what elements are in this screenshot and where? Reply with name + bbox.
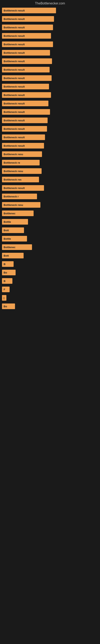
- bar-label: Bottleneck result: [3, 18, 25, 20]
- bottleneck-bar[interactable]: Bottleneck r: [2, 194, 37, 199]
- bottleneck-bar[interactable]: Bottle: [2, 219, 28, 224]
- bar-row: B: [2, 278, 98, 284]
- bar-label: Bott: [3, 254, 9, 257]
- bottleneck-bar[interactable]: Bottleneck result: [2, 92, 51, 98]
- bar-row: Bottleneck result: [2, 185, 98, 191]
- bottleneck-bar[interactable]: Bottleneck resu: [2, 202, 40, 208]
- bar-label: B: [3, 280, 5, 282]
- bottleneck-bar[interactable]: Bottleneck result: [2, 8, 56, 13]
- bar-label: Bottleneck result: [3, 9, 25, 12]
- bar-label: F: [3, 288, 5, 291]
- bar-label: Bottle: [3, 220, 11, 224]
- bottleneck-bar[interactable]: Bottleneck result: [2, 33, 51, 39]
- bar-row: Bottleneck resu: [2, 151, 98, 157]
- bar-row: Bottleneck result: [2, 109, 98, 115]
- bar-label: Bottleneck result: [3, 60, 25, 63]
- bar-label: Bottleneck result: [3, 102, 25, 105]
- bottleneck-bar[interactable]: Bo: [2, 270, 16, 275]
- bottleneck-bar[interactable]: Bottleneck resu: [2, 168, 42, 174]
- bar-row: Bottleneck result: [2, 8, 98, 13]
- bar-row: B: [2, 261, 98, 267]
- bar-row: Bo: [2, 304, 98, 309]
- bottleneck-bar[interactable]: Bottleneck result: [2, 50, 50, 56]
- bar-row: Bottleneck result: [2, 84, 98, 89]
- bottleneck-bar[interactable]: Bo: [2, 304, 15, 309]
- bar-label: Bo: [3, 271, 7, 274]
- bar-label: Bott: [3, 229, 9, 232]
- bar-row: Bottleneck result: [2, 75, 98, 81]
- bar-row: Bottleneck result: [2, 126, 98, 132]
- bar-row: Bottleneck result: [2, 134, 98, 140]
- bar-row: Bottle: [2, 219, 98, 224]
- bar-label: Bottleneck result: [3, 119, 25, 122]
- bar-row: Bott: [2, 228, 98, 233]
- bar-label: B: [3, 263, 5, 266]
- bottleneck-bar[interactable]: Bottleneck result: [2, 134, 45, 140]
- bar-row: F: [2, 286, 98, 292]
- bottleneck-bar[interactable]: Bottleneck resu: [2, 151, 42, 157]
- bar-row: Bottleneck result: [2, 143, 98, 148]
- bar-label: Bo: [3, 305, 7, 308]
- bar-label: Bottleneck result: [3, 186, 25, 190]
- bottleneck-bar[interactable]: B: [2, 278, 12, 284]
- bar-label: Bottleneck result: [3, 128, 25, 130]
- bar-row: Bottleneck result: [2, 67, 98, 72]
- bar-label: Bottleneck resu: [3, 170, 23, 173]
- bar-label: Bottleneck result: [3, 77, 25, 80]
- bottleneck-bar[interactable]: Bottlenec: [2, 210, 34, 216]
- bottleneck-bar[interactable]: Bottleneck result: [2, 24, 53, 30]
- bar-label: Bottleneck result: [3, 34, 25, 38]
- site-title: TheBottlenecker.com: [0, 0, 100, 8]
- bar-label: Bottleneck result: [3, 68, 25, 71]
- bottleneck-bar[interactable]: Bottleneck result: [2, 84, 49, 89]
- bar-row: Bottleneck res: [2, 177, 98, 182]
- bar-row: Bottleneck result: [2, 42, 98, 47]
- bar-label: Bottleneck result: [3, 51, 25, 54]
- bottleneck-bar[interactable]: |: [2, 295, 6, 301]
- bar-row: Bottlenec: [2, 210, 98, 216]
- bottleneck-bar[interactable]: Bottleneck result: [2, 126, 47, 132]
- bottleneck-bar[interactable]: Bottle: [2, 236, 27, 242]
- bar-row: Bottleneck result: [2, 16, 98, 22]
- bar-label: Bottleneck result: [3, 110, 25, 114]
- bottleneck-bar[interactable]: Bott: [2, 253, 24, 258]
- bar-row: |: [2, 295, 98, 301]
- bottleneck-bar[interactable]: Bottleneck result: [2, 58, 52, 64]
- bar-label: Bottleneck res: [3, 178, 22, 181]
- bottleneck-bar[interactable]: Bottleneck result: [2, 75, 51, 81]
- bar-row: Bottleneck result: [2, 33, 98, 39]
- bottleneck-bar[interactable]: Bottleneck result: [2, 67, 50, 72]
- bottleneck-bar[interactable]: Bottleneck result: [2, 42, 53, 47]
- bar-row: Bottleneck r: [2, 194, 98, 199]
- bar-label: Bottleneck result: [3, 43, 25, 46]
- bar-row: Bottle: [2, 236, 98, 242]
- bar-row: Bottleneck result: [2, 92, 98, 98]
- bar-label: Bottleneck result: [3, 144, 25, 147]
- bars-container: Bottleneck resultBottleneck resultBottle…: [0, 8, 100, 309]
- bottleneck-bar[interactable]: B: [2, 261, 14, 267]
- bottleneck-bar[interactable]: Bottleneck result: [2, 16, 54, 22]
- bottleneck-bar[interactable]: Bottleneck result: [2, 185, 44, 191]
- bar-label: Bottlenec: [3, 246, 15, 249]
- bar-label: Bottleneck result: [3, 26, 25, 29]
- bottleneck-bar[interactable]: Bottleneck result: [2, 109, 50, 115]
- bar-row: Bottleneck result: [2, 24, 98, 30]
- bottleneck-bar[interactable]: Bottleneck re: [2, 160, 40, 166]
- bottleneck-bar[interactable]: Bottleneck result: [2, 143, 44, 148]
- bar-row: Bott: [2, 253, 98, 258]
- bar-row: Bo: [2, 270, 98, 275]
- bottleneck-bar[interactable]: Bottleneck res: [2, 177, 39, 182]
- bar-label: Bottleneck result: [3, 136, 25, 139]
- bar-row: Bottleneck resu: [2, 168, 98, 174]
- bottleneck-bar[interactable]: Bottleneck result: [2, 100, 49, 106]
- bar-label: Bottle: [3, 237, 11, 240]
- bar-row: Bottlenec: [2, 244, 98, 250]
- bar-row: Bottleneck re: [2, 160, 98, 166]
- bar-row: Bottleneck result: [2, 118, 98, 123]
- bottleneck-bar[interactable]: F: [2, 286, 10, 292]
- bottleneck-bar[interactable]: Bott: [2, 228, 24, 233]
- bottleneck-bar[interactable]: Bottleneck result: [2, 118, 48, 123]
- bottleneck-bar[interactable]: Bottlenec: [2, 244, 32, 250]
- bar-row: Bottleneck result: [2, 100, 98, 106]
- bar-label: Bottleneck re: [3, 161, 20, 164]
